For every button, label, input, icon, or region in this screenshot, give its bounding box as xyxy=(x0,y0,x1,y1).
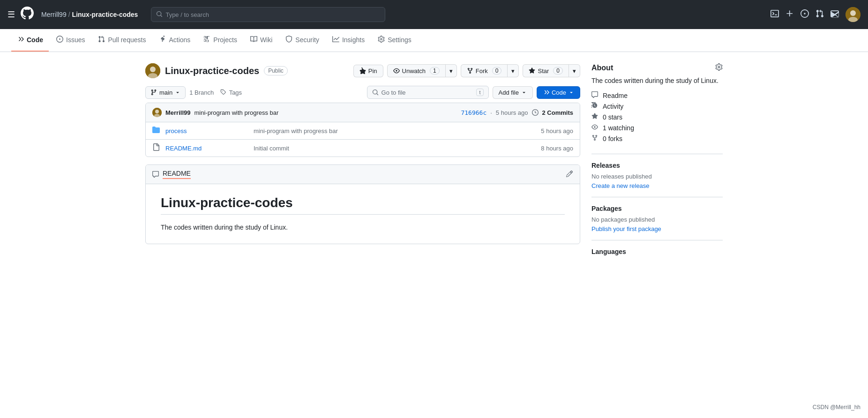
stars-link-icon xyxy=(591,113,599,121)
insights-tab-icon xyxy=(332,36,339,44)
pull-requests-icon[interactable] xyxy=(816,9,824,20)
tab-code-label: Code xyxy=(27,36,43,44)
commit-message: mini-program with progress bar xyxy=(194,109,278,116)
commits-count-link[interactable]: 2 Commits xyxy=(542,109,573,116)
menu-icon[interactable]: ☰ xyxy=(7,9,15,20)
tab-security[interactable]: Security xyxy=(280,29,325,52)
watching-link[interactable]: 1 watching xyxy=(603,124,634,132)
activity-link[interactable]: Activity xyxy=(603,103,623,110)
readme-title: README xyxy=(163,170,191,179)
star-caret[interactable]: ▾ xyxy=(569,64,580,77)
visibility-badge: Public xyxy=(264,66,288,75)
fork-button[interactable]: Fork 0 xyxy=(461,64,508,77)
unwatch-caret[interactable]: ▾ xyxy=(445,64,457,77)
inbox-icon[interactable] xyxy=(831,9,839,20)
tab-insights[interactable]: Insights xyxy=(327,29,370,52)
publish-package-link[interactable]: Publish your first package xyxy=(591,225,661,232)
search-bar[interactable]: Type / to search xyxy=(151,7,385,22)
tab-security-label: Security xyxy=(295,36,319,44)
actions-tab-icon xyxy=(159,36,166,44)
about-link-stars: 0 stars xyxy=(591,113,723,121)
file-name-readme[interactable]: README.md xyxy=(165,145,250,152)
plus-icon[interactable] xyxy=(786,9,794,20)
about-link-readme: Readme xyxy=(591,91,723,99)
nav-icons xyxy=(771,7,861,22)
tab-actions-label: Actions xyxy=(169,36,190,44)
tab-wiki-label: Wiki xyxy=(260,36,272,44)
code-button[interactable]: Code xyxy=(537,86,580,99)
about-links: Readme Activity 0 stars xyxy=(591,91,723,142)
go-to-file-button[interactable]: Go to file t xyxy=(367,86,489,99)
repo-name-nav[interactable]: Linux-practice-codes xyxy=(72,11,138,18)
add-file-button[interactable]: Add file xyxy=(493,86,533,99)
repo-title[interactable]: Linux-practice-codes xyxy=(165,66,259,76)
about-link-activity: Activity xyxy=(591,102,723,110)
tab-pull-requests[interactable]: Pull requests xyxy=(92,29,151,52)
packages-title: Packages xyxy=(591,205,723,212)
unwatch-count: 1 xyxy=(430,67,440,75)
add-file-label: Add file xyxy=(499,89,519,96)
user-avatar[interactable] xyxy=(846,7,861,22)
no-releases-text: No releases published xyxy=(591,173,723,180)
left-column: Linux-practice-codes Public Pin Unwatch … xyxy=(145,63,580,263)
right-sidebar: About The codes written during the study… xyxy=(591,63,723,263)
commit-author-name[interactable]: Merrill99 xyxy=(165,109,190,116)
stars-link[interactable]: 0 stars xyxy=(603,113,622,121)
file-name-process[interactable]: process xyxy=(165,127,250,134)
wiki-tab-icon xyxy=(250,36,257,44)
tab-wiki[interactable]: Wiki xyxy=(245,29,278,52)
pr-tab-icon xyxy=(98,36,105,44)
edit-readme-icon[interactable] xyxy=(566,170,573,179)
branch-count-link[interactable]: 1 Branch xyxy=(189,89,214,96)
repo-owner[interactable]: Merrill99 xyxy=(41,11,67,18)
branch-name: main xyxy=(159,89,172,96)
tab-projects[interactable]: Projects xyxy=(198,29,243,52)
readme-header: README xyxy=(146,165,580,184)
readme-link-icon xyxy=(591,91,599,99)
fork-button-group: Fork 0 ▾ xyxy=(461,64,519,77)
repo-breadcrumb: Merrill99 / Linux-practice-codes xyxy=(41,11,138,18)
breadcrumb-separator: / xyxy=(68,11,70,18)
branch-selector[interactable]: main xyxy=(145,86,186,99)
terminal-icon[interactable] xyxy=(771,9,779,20)
svg-point-7 xyxy=(155,110,159,113)
repo-actions: Pin Unwatch 1 ▾ Fork 0 xyxy=(353,64,580,77)
code-btn-label: Code xyxy=(552,89,566,96)
projects-tab-icon xyxy=(203,36,210,44)
create-release-link[interactable]: Create a new release xyxy=(591,182,650,189)
tags-link[interactable]: Tags xyxy=(220,89,242,96)
commit-hash[interactable]: 716966c xyxy=(461,109,486,116)
about-title: About xyxy=(591,64,613,72)
tab-settings[interactable]: Settings xyxy=(372,29,417,52)
releases-section: Releases No releases published Create a … xyxy=(591,154,723,189)
repo-avatar xyxy=(145,63,160,78)
languages-title: Languages xyxy=(591,248,723,255)
about-link-watching: 1 watching xyxy=(591,124,723,132)
settings-tab-icon xyxy=(378,36,385,44)
main-content: Linux-practice-codes Public Pin Unwatch … xyxy=(134,52,734,263)
table-row[interactable]: README.md Initial commit 8 hours ago xyxy=(146,140,580,157)
pin-button[interactable]: Pin xyxy=(353,65,383,77)
github-logo[interactable] xyxy=(21,7,34,23)
unwatch-button-group: Unwatch 1 ▾ xyxy=(387,64,457,77)
file-commit-message-readme: Initial commit xyxy=(254,145,537,152)
file-commit-message-process: mini-program with progress bar xyxy=(254,127,537,134)
tab-code[interactable]: Code xyxy=(11,29,49,52)
issues-icon[interactable] xyxy=(801,9,809,20)
readme-link[interactable]: Readme xyxy=(603,92,628,99)
tab-issues-label: Issues xyxy=(66,36,85,44)
fork-caret[interactable]: ▾ xyxy=(507,64,519,77)
repo-tabs: Code Issues Pull requests Actions Projec… xyxy=(0,29,868,52)
tab-actions[interactable]: Actions xyxy=(153,29,196,52)
about-settings-icon[interactable] xyxy=(715,63,723,72)
branch-info: 1 Branch Tags xyxy=(189,89,242,96)
forks-link[interactable]: 0 forks xyxy=(603,135,622,142)
star-button[interactable]: Star 0 xyxy=(523,64,569,77)
unwatch-button[interactable]: Unwatch 1 xyxy=(387,64,445,77)
star-button-group: Star 0 ▾ xyxy=(523,64,580,77)
readme-body: The codes written during the study of Li… xyxy=(161,222,565,232)
table-row[interactable]: process mini-program with progress bar 5… xyxy=(146,122,580,140)
repo-title-area: Linux-practice-codes Public xyxy=(145,63,288,78)
tab-issues[interactable]: Issues xyxy=(51,29,90,52)
tab-pr-label: Pull requests xyxy=(108,36,146,44)
